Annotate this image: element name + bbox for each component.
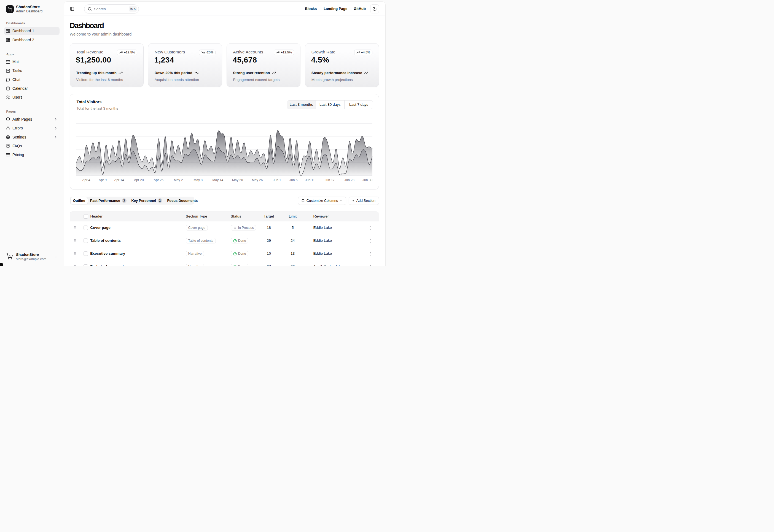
svg-text:Jun 17: Jun 17 bbox=[325, 178, 335, 182]
svg-text:May 2: May 2 bbox=[174, 178, 183, 182]
svg-text:Jun 1: Jun 1 bbox=[273, 178, 281, 182]
svg-text:Jun 23: Jun 23 bbox=[344, 178, 354, 182]
svg-text:Jun 11: Jun 11 bbox=[305, 178, 315, 182]
svg-text:May 26: May 26 bbox=[252, 178, 263, 182]
svg-text:Apr 14: Apr 14 bbox=[114, 178, 124, 182]
svg-text:May 14: May 14 bbox=[212, 178, 223, 182]
svg-text:Apr 26: Apr 26 bbox=[153, 178, 163, 182]
svg-text:Apr 9: Apr 9 bbox=[99, 178, 107, 182]
svg-text:Apr 4: Apr 4 bbox=[82, 178, 90, 182]
svg-text:Jun 30: Jun 30 bbox=[362, 178, 372, 182]
svg-text:Apr 20: Apr 20 bbox=[134, 178, 144, 182]
svg-text:May 20: May 20 bbox=[232, 178, 243, 182]
svg-text:May 8: May 8 bbox=[193, 178, 203, 182]
svg-text:Jun 6: Jun 6 bbox=[290, 178, 298, 182]
